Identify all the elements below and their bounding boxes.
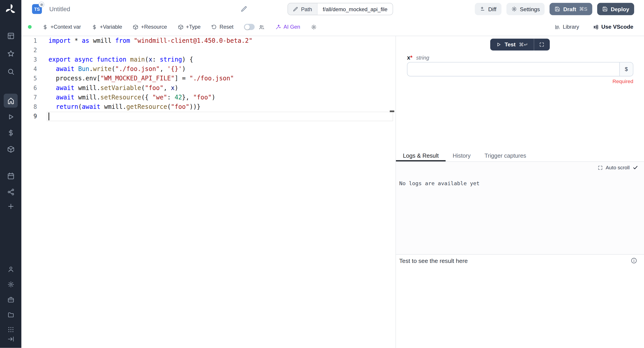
multiplayer-group xyxy=(244,24,265,30)
edit-title-pencil-icon[interactable] xyxy=(241,6,247,12)
user-icon[interactable] xyxy=(4,262,18,276)
add-plus-icon[interactable] xyxy=(4,199,18,213)
rotate-ccw-icon xyxy=(212,24,217,30)
code-line[interactable]: 9 xyxy=(21,112,396,121)
line-number: 7 xyxy=(21,93,37,102)
save-icon xyxy=(602,6,608,12)
star-icon[interactable] xyxy=(4,46,18,60)
home-icon[interactable] xyxy=(4,94,18,108)
flows-nodes-icon[interactable] xyxy=(4,185,18,199)
tab-trigger-captures[interactable]: Trigger captures xyxy=(478,150,533,161)
tab-history[interactable]: History xyxy=(446,150,478,161)
result-placeholder-row: Test to see the result here xyxy=(399,257,638,264)
add-type-button[interactable]: +Type xyxy=(178,24,201,30)
path-value[interactable]: f/all/demo_mocked_api_file xyxy=(317,3,393,15)
language-badge[interactable]: TS xyxy=(32,4,42,14)
sidebar xyxy=(0,0,21,348)
expand-test-button[interactable] xyxy=(534,38,550,50)
language-badge-label: TS xyxy=(34,6,40,12)
code-editor[interactable]: 1import * as wmill from "windmill-client… xyxy=(21,36,396,348)
library-icon xyxy=(555,24,560,30)
search-icon[interactable] xyxy=(4,64,18,78)
pencil-icon xyxy=(293,6,298,12)
arg-x-input[interactable] xyxy=(408,62,619,76)
collapse-arrow-icon[interactable] xyxy=(4,332,18,346)
code-line[interactable]: 7 await wmill.setResource({ "we": 42}, "… xyxy=(21,93,396,102)
preview-panel: Test ⌘↵ x*string $ Required Logs & Resul… xyxy=(396,36,644,348)
argument-type: string xyxy=(416,55,429,61)
tab-logs-result[interactable]: Logs & Result xyxy=(396,150,446,161)
ai-gen-label: AI Gen xyxy=(284,24,300,30)
package-icon xyxy=(178,24,184,30)
resources-cube-icon[interactable] xyxy=(4,142,18,156)
add-variable-label: +Variable xyxy=(100,24,122,30)
folders-icon[interactable] xyxy=(4,308,18,322)
add-variable-button[interactable]: +Variable xyxy=(92,24,122,30)
draft-shortcut: ⌘S xyxy=(579,6,587,12)
add-type-label: +Type xyxy=(186,24,201,30)
add-resource-label: +Resource xyxy=(141,24,167,30)
info-icon[interactable] xyxy=(630,257,637,264)
use-vscode-button[interactable]: Use VScode xyxy=(593,24,633,30)
auto-scroll-control[interactable]: Auto scroll xyxy=(598,165,638,171)
code-text: await Bun.write("./foo.json", '{}') xyxy=(37,64,186,74)
code-lines: 1import * as wmill from "windmill-client… xyxy=(21,36,396,121)
argument-name: x xyxy=(407,54,410,61)
code-text: await wmill.setVariable("foo", x) xyxy=(37,83,178,93)
ai-gen-button[interactable]: AI Gen xyxy=(276,24,300,30)
path-label: Path xyxy=(301,6,312,12)
multiplayer-toggle[interactable] xyxy=(244,24,255,30)
draft-button-label: Draft xyxy=(563,6,576,12)
reset-button[interactable]: Reset xyxy=(212,24,234,30)
variables-dollar-icon[interactable] xyxy=(4,126,18,140)
test-button[interactable]: Test ⌘↵ xyxy=(490,38,534,50)
diff-button[interactable]: Diff xyxy=(475,3,501,15)
code-text: return(await wmill.getResource("foo"))} xyxy=(37,102,201,112)
deploy-button[interactable]: Deploy xyxy=(597,3,634,15)
status-dot xyxy=(28,25,32,29)
code-line[interactable]: 6 await wmill.setVariable("foo", x) xyxy=(21,83,396,93)
code-line[interactable]: 1import * as wmill from "windmill-client… xyxy=(21,36,396,46)
no-logs-message: No logs are available yet xyxy=(399,180,480,186)
insert-variable-button[interactable]: $ xyxy=(619,62,633,76)
library-button[interactable]: Library xyxy=(555,24,579,30)
schedules-calendar-icon[interactable] xyxy=(4,169,18,183)
required-hint: Required xyxy=(612,78,633,84)
windmill-logo-icon[interactable] xyxy=(4,3,17,16)
line-number: 8 xyxy=(21,102,37,112)
settings-button[interactable]: Settings xyxy=(506,3,545,15)
line-number: 1 xyxy=(21,36,37,46)
edit-path-button[interactable]: Path xyxy=(288,3,318,15)
test-button-group: Test ⌘↵ xyxy=(490,38,550,50)
settings-button-label: Settings xyxy=(520,6,540,12)
line-number: 9 xyxy=(21,112,37,121)
code-line[interactable]: 8 return(await wmill.getResource("foo"))… xyxy=(21,102,396,112)
diff-icon xyxy=(480,6,486,12)
add-resource-button[interactable]: +Resource xyxy=(133,24,167,30)
draft-button[interactable]: Draft ⌘S xyxy=(550,3,592,15)
argument-input-group: $ xyxy=(407,62,634,76)
runtime-settings-indicator-icon xyxy=(38,2,44,8)
code-text: import * as wmill from "windmill-client@… xyxy=(37,36,252,46)
code-line[interactable]: 4 await Bun.write("./foo.json", '{}') xyxy=(21,64,396,74)
wand-sparkles-icon xyxy=(276,24,281,30)
workers-briefcase-icon[interactable] xyxy=(4,292,18,306)
code-line[interactable]: 3export async function main(x: string) { xyxy=(21,55,396,64)
argument-label: x*string xyxy=(407,54,429,61)
result-placeholder: Test to see the result here xyxy=(399,257,468,264)
table-icon[interactable] xyxy=(4,29,18,42)
editor-settings-gear-icon[interactable] xyxy=(311,24,317,30)
add-context-var-button[interactable]: +Context var xyxy=(42,24,81,30)
runs-play-icon[interactable] xyxy=(4,110,18,124)
code-text: await wmill.setResource({ "we": 42}, "fo… xyxy=(37,93,216,102)
script-title[interactable]: Untitled xyxy=(49,0,70,18)
code-text: process.env["WM_MOCKED_API_FILE"] = "./f… xyxy=(37,74,234,83)
line-number: 2 xyxy=(21,46,37,55)
dollar-icon xyxy=(42,24,48,30)
settings-gear-icon[interactable] xyxy=(4,277,18,291)
line-number: 5 xyxy=(21,74,37,83)
code-line[interactable]: 2 xyxy=(21,46,396,55)
code-line[interactable]: 5 process.env["WM_MOCKED_API_FILE"] = ".… xyxy=(21,74,396,83)
toggle-knob xyxy=(245,24,250,29)
code-text: export async function main(x: string) { xyxy=(37,55,193,64)
